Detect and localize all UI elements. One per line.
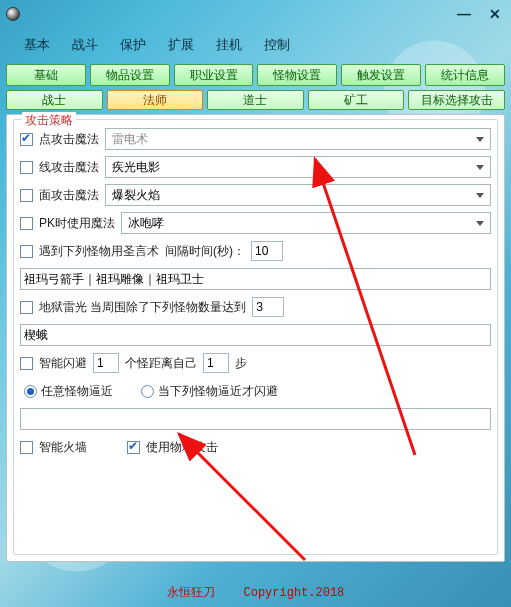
area-magic-value: 爆裂火焰 <box>112 187 160 204</box>
subtab-warrior[interactable]: 战士 <box>6 90 103 110</box>
hellthunder-label: 地狱雷光 当周围除了下列怪物数量达到 <box>39 299 246 316</box>
gbtn-class[interactable]: 职业设置 <box>174 64 254 86</box>
smart-dodge-check[interactable] <box>20 357 33 370</box>
physical-attack-label: 使用物理攻击 <box>146 439 218 456</box>
holyword-check[interactable] <box>20 245 33 258</box>
chevron-down-icon <box>474 161 486 173</box>
physical-attack-check[interactable] <box>127 441 140 454</box>
hellthunder-count-input[interactable] <box>252 297 284 317</box>
interval-input[interactable] <box>251 241 283 261</box>
listed-monster-label: 当下列怪物逼近才闪避 <box>158 383 278 400</box>
tab-basic[interactable]: 基本 <box>20 34 54 56</box>
subtab-target[interactable]: 目标选择攻击 <box>408 90 505 110</box>
point-magic-value: 雷电术 <box>112 131 148 148</box>
app-icon <box>6 7 20 21</box>
interval-label: 间隔时间(秒)： <box>165 243 245 260</box>
tab-protect[interactable]: 保护 <box>116 34 150 56</box>
gbtn-monster[interactable]: 怪物设置 <box>257 64 337 86</box>
pk-magic-value: 冰咆哮 <box>128 215 164 232</box>
chevron-down-icon <box>474 217 486 229</box>
tab-control[interactable]: 控制 <box>260 34 294 56</box>
smart-dodge-label: 智能闪避 <box>39 355 87 372</box>
subtab-mage[interactable]: 法师 <box>107 90 204 110</box>
listed-monster-radio[interactable] <box>141 385 154 398</box>
pk-magic-check[interactable] <box>20 217 33 230</box>
area-magic-check[interactable] <box>20 189 33 202</box>
fieldset-legend: 攻击策略 <box>22 112 76 129</box>
tab-combat[interactable]: 战斗 <box>68 34 102 56</box>
footer-copyright: Copyright.2018 <box>243 586 344 600</box>
gbtn-trigger[interactable]: 触发设置 <box>341 64 421 86</box>
footer-brand: 永恒狂刀 <box>167 586 215 600</box>
green-buttons: 基础 物品设置 职业设置 怪物设置 触发设置 统计信息 <box>0 64 511 90</box>
point-magic-check[interactable] <box>20 133 33 146</box>
top-tabs: 基本 战斗 保护 扩展 挂机 控制 <box>0 28 511 64</box>
minimize-button[interactable]: — <box>453 6 475 22</box>
smart-firewall-check[interactable] <box>20 441 33 454</box>
line-magic-label: 线攻击魔法 <box>39 159 99 176</box>
dodge-mid-label: 个怪距离自己 <box>125 355 197 372</box>
any-monster-radio[interactable] <box>24 385 37 398</box>
chevron-down-icon <box>474 133 486 145</box>
point-magic-combo[interactable]: 雷电术 <box>105 128 491 150</box>
area-magic-label: 面攻击魔法 <box>39 187 99 204</box>
subtab-miner[interactable]: 矿工 <box>308 90 405 110</box>
gbtn-stats[interactable]: 统计信息 <box>425 64 505 86</box>
footer: 永恒狂刀 Copyright.2018 <box>0 584 511 601</box>
holyword-list-input[interactable] <box>20 268 491 290</box>
point-magic-label: 点攻击魔法 <box>39 131 99 148</box>
tab-idle[interactable]: 挂机 <box>212 34 246 56</box>
hellthunder-list-input[interactable] <box>20 324 491 346</box>
line-magic-combo[interactable]: 疾光电影 <box>105 156 491 178</box>
chevron-down-icon <box>474 189 486 201</box>
dodge-suffix-label: 步 <box>235 355 247 372</box>
area-magic-combo[interactable]: 爆裂火焰 <box>105 184 491 206</box>
dodge-list-input[interactable] <box>20 408 491 430</box>
pk-magic-label: PK时使用魔法 <box>39 215 115 232</box>
close-button[interactable]: ✕ <box>485 6 505 22</box>
line-magic-value: 疾光电影 <box>112 159 160 176</box>
pk-magic-combo[interactable]: 冰咆哮 <box>121 212 491 234</box>
holyword-label: 遇到下列怪物用圣言术 <box>39 243 159 260</box>
smart-firewall-label: 智能火墙 <box>39 439 87 456</box>
dodge-dist-input[interactable] <box>203 353 229 373</box>
gbtn-base[interactable]: 基础 <box>6 64 86 86</box>
hellthunder-check[interactable] <box>20 301 33 314</box>
line-magic-check[interactable] <box>20 161 33 174</box>
dodge-count-input[interactable] <box>93 353 119 373</box>
any-monster-label: 任意怪物逼近 <box>41 383 113 400</box>
sub-tabs: 战士 法师 道士 矿工 目标选择攻击 <box>0 90 511 114</box>
subtab-taoist[interactable]: 道士 <box>207 90 304 110</box>
tab-extend[interactable]: 扩展 <box>164 34 198 56</box>
gbtn-items[interactable]: 物品设置 <box>90 64 170 86</box>
